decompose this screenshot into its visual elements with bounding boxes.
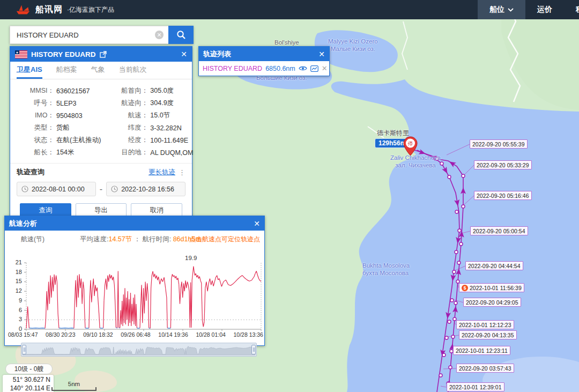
x-tick-label: 08/30 20:23 <box>46 331 75 338</box>
tab-current-voyage[interactable]: 当前航次 <box>119 62 147 79</box>
timestamp-text: 2022-10-01 12:12:23 <box>459 322 511 328</box>
track-list-panel: 轨迹列表 ✕ HISTORY EDUARD 6850.6nm ✕ <box>198 46 330 76</box>
brand-name: 船讯网 <box>35 4 63 16</box>
close-icon[interactable]: ✕ <box>254 220 260 227</box>
brush-handle-right[interactable] <box>251 345 256 354</box>
speed-chart-icon[interactable] <box>310 65 318 72</box>
track-timestamp-label[interactable]: 2022-10-01 12:39:01 <box>447 382 504 391</box>
brand-suffix: ·亿海蓝旗下产品 <box>67 5 114 14</box>
track-list-row[interactable]: HISTORY EDUARD 6850.6nm ✕ <box>199 61 329 76</box>
field-label: 类型： <box>12 123 54 132</box>
field-value: 304.9度 <box>148 99 174 108</box>
track-ship-name[interactable]: HISTORY EDUARD <box>203 65 262 72</box>
speed-analysis-panel: 航速分析 ✕ 航速(节) 平均速度:14.57节 ： 航行时间: 86d1h5m… <box>4 216 265 346</box>
track-timestamp-label[interactable]: 2022-10-01 12:23:11 <box>453 346 510 355</box>
track-timestamp-label[interactable]: 2022-10-01 12:12:23 <box>456 320 514 329</box>
date-from-input[interactable]: 2022-08-01 00:00 <box>17 182 96 196</box>
brush-handle-left[interactable] <box>22 345 26 354</box>
timestamp-text: 2022-09-20 05:16:46 <box>477 193 529 199</box>
more-options-icon[interactable]: ⋮ <box>179 168 185 176</box>
brand[interactable]: 船讯网 ·亿海蓝旗下产品 <box>0 4 114 16</box>
close-icon[interactable]: ✕ <box>318 50 325 58</box>
nav-item-shipposition[interactable]: 船位 <box>478 0 525 19</box>
liberia-flag-icon: ★ <box>15 50 27 58</box>
field-value: AL DUQM,OM <box>148 149 193 157</box>
timestamp-text: 2022-09-20 05:55:39 <box>472 141 525 147</box>
nav-item-freight[interactable]: 运价 <box>525 0 564 19</box>
visibility-eye-icon[interactable] <box>299 65 307 71</box>
ship-field-row: 纬度：3-32.282N <box>101 122 193 134</box>
stop-pin-marker[interactable]: 停 <box>403 136 418 159</box>
shipxy-logo-icon <box>15 4 31 15</box>
map-label-malyye-kizi: Malyye Kizi Ozero Малые Кизи оз. <box>328 38 378 53</box>
topbar: 船讯网 ·亿海蓝旗下产品 船位 运价 租 <box>0 0 579 19</box>
track-list-header: 轨迹列表 ✕ <box>199 47 329 61</box>
track-node <box>455 210 458 213</box>
open-detail-icon[interactable] <box>100 51 107 58</box>
field-label: 航速： <box>101 111 148 120</box>
chart-range-slider[interactable] <box>21 343 257 357</box>
event-badge-icon: $ <box>462 285 468 291</box>
pin-icon: 停 <box>403 136 418 157</box>
field-value: 货船 <box>54 123 70 132</box>
track-timestamp-label[interactable]: 2022-09-20 05:55:39 <box>470 139 528 149</box>
timestamp-text: 2022-09-20 05:00:54 <box>473 228 525 234</box>
field-label: 船长： <box>12 148 54 157</box>
tab-satellite-ais[interactable]: 卫星AIS <box>17 62 42 79</box>
field-value: 15.0节 <box>148 111 170 120</box>
ship-field-row: 航速：15.0节 <box>101 109 193 122</box>
search-input[interactable] <box>10 26 168 44</box>
map-label-bukhta-line1: Bukhta Mosolova <box>362 262 410 269</box>
track-node <box>458 229 461 232</box>
nav-label: 租 <box>576 5 579 14</box>
close-icon[interactable]: ✕ <box>181 50 187 58</box>
track-node <box>452 270 456 273</box>
track-node <box>459 242 463 246</box>
chevron-down-icon <box>508 8 514 12</box>
ship-field-row: IMO：9504803 <box>12 109 101 122</box>
field-value: 154米 <box>54 148 74 157</box>
date-to-input[interactable]: 2022-10-28 16:56 <box>106 182 185 196</box>
longitude-value: 140° 20.114 E <box>6 384 50 392</box>
track-node <box>442 353 446 357</box>
tab-ship-archive[interactable]: 船档案 <box>56 62 77 79</box>
ship-search: ✕ <box>10 26 194 44</box>
timestamp-text: 2022-09-20 05:33:29 <box>477 162 529 168</box>
speed-line-moving <box>26 267 261 329</box>
zoom-level-badge: 10级 - 0艘 <box>5 364 53 374</box>
pin-stop-char: 停 <box>407 140 413 146</box>
ship-fields-left: MMSI：636021567呼号：5LEP3IMO：9504803类型：货船状态… <box>12 85 101 159</box>
track-node <box>454 301 457 305</box>
date-from-value: 2022-08-01 00:00 <box>32 186 85 193</box>
track-timestamp-label[interactable]: 2022-09-20 05:00:54 <box>470 226 528 235</box>
field-label: IMO： <box>12 111 54 120</box>
ship-field-row: 状态：在航(主机推动) <box>12 134 101 146</box>
coast-boundary <box>402 21 407 70</box>
track-node <box>462 205 465 208</box>
track-timestamp-label[interactable]: 2022-09-20 04:13:35 <box>459 330 517 339</box>
track-node <box>457 261 461 264</box>
map-label-malyye-line2: Малые Кизи оз. <box>328 45 378 53</box>
track-timestamp-label[interactable]: 2022-09-20 05:16:46 <box>474 191 532 200</box>
track-timestamp-label[interactable]: 2022-09-20 04:29:05 <box>463 298 521 307</box>
track-timestamp-label[interactable]: 2022-09-20 03:57:43 <box>456 364 514 373</box>
track-timestamp-label[interactable]: 2022-09-20 05:33:29 <box>474 160 532 169</box>
tab-weather[interactable]: 气象 <box>91 62 105 79</box>
date-separator: - <box>100 184 102 194</box>
speed-chart[interactable] <box>5 261 265 331</box>
search-button[interactable] <box>168 26 194 44</box>
nav-item-charter[interactable]: 租 <box>564 0 579 19</box>
field-label: 经度： <box>101 136 148 145</box>
track-timestamp-label[interactable]: 2022-09-20 04:44:54 <box>465 261 523 270</box>
field-label: 状态： <box>12 136 54 145</box>
track-timestamp-label[interactable]: $2022-10-01 11:56:39 <box>459 283 524 292</box>
search-icon <box>176 30 186 40</box>
longer-track-link[interactable]: 更长轨迹 <box>149 168 175 177</box>
remove-track-icon[interactable]: ✕ <box>322 64 328 72</box>
clear-search-icon[interactable]: ✕ <box>155 31 164 39</box>
track-node <box>439 374 442 377</box>
ship-tabs: 卫星AIS 船档案 气象 当前航次 <box>10 62 192 79</box>
map-label-bolshiye: Bol'shiye <box>274 39 299 46</box>
field-label: MMSI： <box>12 86 54 95</box>
track-list-title: 轨迹列表 <box>203 49 231 59</box>
